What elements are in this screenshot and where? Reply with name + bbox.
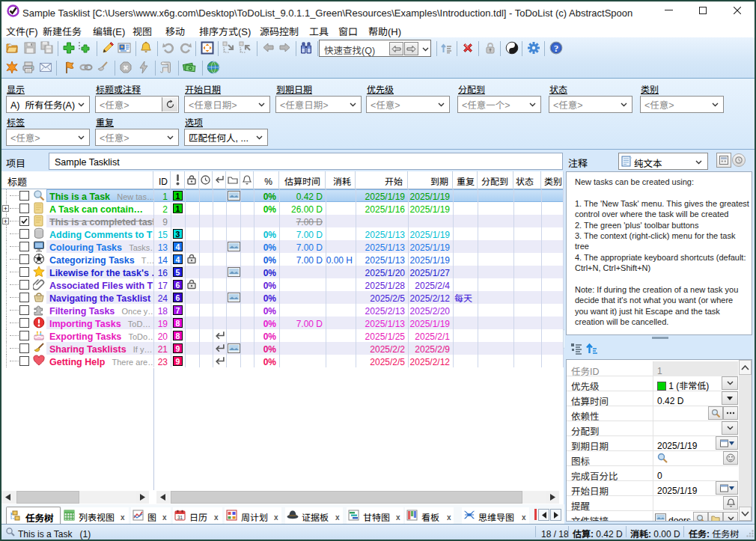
svg-text:?: ? — [554, 43, 558, 54]
svg-text:31: 31 — [177, 515, 183, 520]
